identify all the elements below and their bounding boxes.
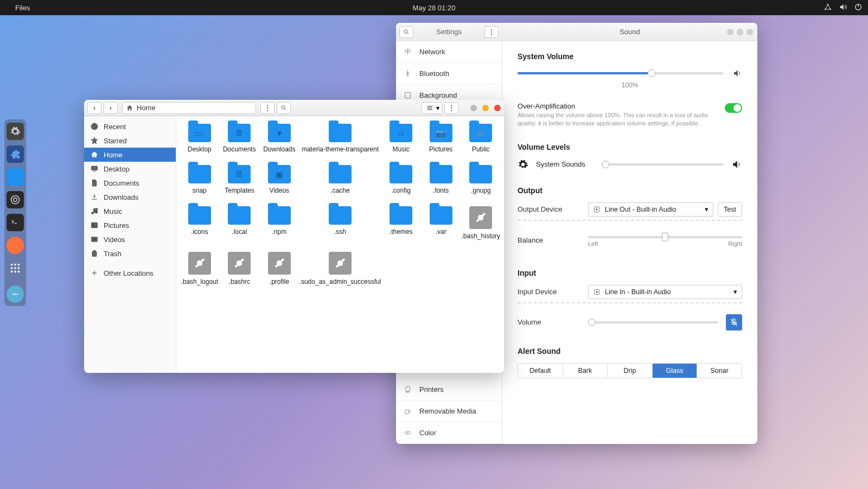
dock-obs-icon[interactable] — [7, 191, 24, 208]
volume-indicator-icon[interactable] — [839, 3, 847, 13]
breadcrumb[interactable]: Home — [122, 102, 256, 114]
settings-search-button[interactable] — [399, 26, 413, 38]
folder--fonts[interactable]: .fonts — [421, 165, 461, 194]
output-device-value: Line Out - Built-in Audio — [605, 206, 676, 213]
topbar: Files May 28 01:20 — [0, 0, 868, 15]
sidebar-item-starred[interactable]: Starred — [84, 134, 176, 148]
alert-option-glass[interactable]: Glass — [653, 364, 698, 378]
path-menu-button[interactable]: ⋮ — [260, 102, 275, 114]
files-minimize-button[interactable] — [470, 105, 477, 111]
folder-desktop[interactable]: ▭Desktop — [180, 124, 220, 153]
settings-panel: Sound System Volume 100% Over-Amplificat… — [502, 23, 757, 444]
sidebar-item-trash[interactable]: Trash — [84, 246, 176, 261]
folder-public[interactable]: ⛹Public — [461, 124, 501, 153]
topbar-app[interactable]: Files — [15, 4, 30, 12]
folder--var[interactable]: .var — [421, 206, 461, 240]
system-sounds-slider[interactable] — [602, 163, 724, 166]
balance-slider[interactable]: Left Right — [588, 232, 742, 249]
volume-icon — [731, 159, 742, 170]
dock-extensions-icon[interactable] — [7, 145, 24, 163]
output-device-select[interactable]: Line Out - Built-in Audio ▾ — [588, 202, 713, 217]
alert-option-drip[interactable]: Drip — [608, 364, 653, 378]
svg-point-14 — [18, 271, 20, 273]
view-mode-button[interactable]: ▾ — [422, 102, 442, 114]
dock-files-icon[interactable] — [7, 168, 24, 186]
sidebar-item-desktop[interactable]: Desktop — [84, 162, 176, 176]
alert-option-default[interactable]: Default — [518, 364, 563, 378]
sidebar-item-other-locations[interactable]: Other Locations — [84, 266, 176, 280]
file--profile[interactable]: .profile — [259, 252, 299, 285]
dock-apps-icon[interactable] — [7, 259, 24, 277]
sidebar-item-pictures[interactable]: Pictures — [84, 218, 176, 232]
folder--cache[interactable]: .cache — [299, 165, 381, 194]
folder-templates[interactable]: 🗎Templates — [220, 165, 260, 194]
folder-pictures[interactable]: 📷Pictures — [421, 124, 461, 153]
input-volume-label: Volume — [518, 318, 588, 326]
folder--local[interactable]: .local — [220, 206, 260, 240]
output-device-label: Output Device — [518, 205, 588, 213]
input-volume-slider[interactable] — [588, 321, 718, 323]
file--sudo-as-admin-successful[interactable]: .sudo_as_admin_successful — [299, 252, 381, 285]
settings-menu-button[interactable]: ⋮ — [484, 26, 499, 38]
files-grid: ▭Desktop🗎Documents▾Downloadsmateria-them… — [176, 116, 504, 373]
folder--themes[interactable]: .themes — [381, 206, 421, 240]
folder--icons[interactable]: .icons — [180, 206, 220, 240]
settings-minimize-button[interactable] — [727, 29, 733, 35]
dock-more-icon[interactable] — [7, 285, 24, 303]
hamburger-menu-button[interactable]: ⋮ — [444, 102, 458, 114]
sidebar-item-downloads[interactable]: Downloads — [84, 190, 176, 204]
sidebar-item-music[interactable]: Music — [84, 204, 176, 218]
svg-point-6 — [11, 264, 13, 266]
power-indicator-icon[interactable] — [854, 3, 863, 13]
folder-materia-theme-transparent[interactable]: materia-theme-transparent — [299, 124, 381, 153]
settings-nav-bluetooth[interactable]: Bluetooth — [396, 63, 502, 85]
folder--npm[interactable]: .npm — [259, 206, 299, 240]
test-button[interactable]: Test — [718, 202, 742, 217]
over-amplification-toggle[interactable] — [725, 103, 742, 113]
settings-nav-network[interactable]: Network — [396, 41, 502, 63]
file--bashrc[interactable]: .bashrc — [220, 252, 260, 285]
settings-close-button[interactable] — [746, 29, 753, 35]
volume-percent-label: 100% — [518, 81, 742, 89]
files-maximize-button[interactable] — [482, 105, 489, 111]
svg-point-36 — [93, 224, 94, 225]
folder-downloads[interactable]: ▾Downloads — [259, 124, 299, 153]
dock-firefox-icon[interactable] — [7, 237, 24, 254]
topbar-datetime[interactable]: May 28 01:20 — [413, 4, 456, 12]
system-volume-slider[interactable] — [518, 72, 724, 74]
folder-snap[interactable]: snap — [180, 165, 220, 194]
folder--ssh[interactable]: .ssh — [299, 206, 381, 240]
sidebar-item-videos[interactable]: Videos — [84, 232, 176, 246]
svg-point-11 — [18, 267, 20, 269]
sidebar-item-recent[interactable]: Recent — [84, 119, 176, 134]
mic-mute-button[interactable] — [726, 314, 742, 331]
folder--config[interactable]: .config — [381, 165, 421, 194]
folder-music[interactable]: ♫Music — [381, 124, 421, 153]
over-amplification-title: Over-Amplification — [518, 102, 718, 110]
sidebar-item-documents[interactable]: Documents — [84, 176, 176, 190]
balance-right-label: Right — [728, 240, 742, 247]
back-button[interactable]: ‹ — [87, 102, 101, 114]
files-close-button[interactable] — [494, 105, 501, 111]
sidebar-item-home[interactable]: Home — [84, 148, 176, 162]
dock-settings-icon[interactable] — [7, 123, 24, 140]
search-button[interactable] — [277, 102, 291, 114]
settings-nav-printers[interactable]: Printers — [396, 379, 502, 401]
folder--gnupg[interactable]: .gnupg — [461, 165, 501, 194]
svg-point-16 — [15, 294, 16, 295]
file--bash-logout[interactable]: .bash_logout — [180, 252, 220, 285]
dock-terminal-icon[interactable] — [7, 214, 24, 231]
input-device-select[interactable]: Line In - Built-in Audio ▾ — [588, 285, 742, 299]
settings-nav-removable-media[interactable]: Removable Media — [396, 401, 502, 422]
network-indicator-icon[interactable] — [824, 3, 832, 13]
folder-documents[interactable]: 🗎Documents — [220, 124, 260, 153]
alert-sound-title: Alert Sound — [518, 347, 742, 355]
alert-option-sonar[interactable]: Sonar — [697, 364, 742, 378]
svg-point-30 — [282, 106, 285, 109]
settings-maximize-button[interactable] — [737, 29, 743, 35]
alert-option-bark[interactable]: Bark — [563, 364, 608, 378]
forward-button[interactable]: › — [104, 102, 118, 114]
settings-nav-color[interactable]: Color — [396, 422, 502, 444]
folder-videos[interactable]: ▣Videos — [259, 165, 299, 194]
file--bash-history[interactable]: .bash_history — [461, 206, 501, 240]
